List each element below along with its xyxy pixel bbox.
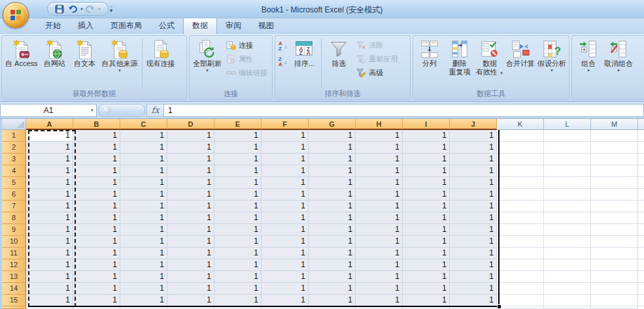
cell-J2[interactable]: 1 <box>450 142 497 154</box>
remove-duplicates-button[interactable]: 删除 重复项 <box>445 37 475 78</box>
cell-E10[interactable]: 1 <box>214 236 262 248</box>
cell-H8[interactable]: 1 <box>356 212 403 224</box>
cell-A12[interactable]: 1 <box>26 259 73 271</box>
group-cells-dropdown[interactable]: ▼ <box>586 69 590 73</box>
cell-C14[interactable]: 1 <box>120 283 167 295</box>
cell-B14[interactable]: 1 <box>73 283 120 295</box>
cell-C6[interactable]: 1 <box>120 189 167 201</box>
sort-descending-button[interactable]: ZA ↓ <box>277 56 289 68</box>
cell-I14[interactable]: 1 <box>403 283 450 295</box>
cell-M10[interactable] <box>591 236 638 248</box>
column-header-H[interactable]: H <box>356 119 403 130</box>
cell-K2[interactable] <box>497 142 544 154</box>
cell-D10[interactable]: 1 <box>167 236 214 248</box>
cell-A13[interactable]: 1 <box>26 271 73 283</box>
cell-E2[interactable]: 1 <box>214 142 262 154</box>
from-access-button[interactable]: 自 Access <box>3 37 40 69</box>
column-header-M[interactable]: M <box>591 119 638 130</box>
cell-M1[interactable] <box>591 130 638 142</box>
cell-A4[interactable]: 1 <box>26 165 73 177</box>
row-header-12[interactable]: 12 <box>2 259 26 271</box>
cell-G3[interactable]: 1 <box>309 154 356 165</box>
cell-B11[interactable]: 1 <box>73 248 120 259</box>
cell-H6[interactable]: 1 <box>356 189 403 201</box>
cell-I1[interactable]: 1 <box>403 130 450 142</box>
cell-D13[interactable]: 1 <box>167 271 214 283</box>
cell-M14[interactable] <box>591 283 638 295</box>
cell-K5[interactable] <box>497 177 544 189</box>
cell-partial[interactable] <box>638 142 644 154</box>
from-other-sources-button[interactable]: 自其他来源 ▼ <box>100 37 140 74</box>
cell-K14[interactable] <box>497 283 544 295</box>
cell-I13[interactable]: 1 <box>403 271 450 283</box>
cell-D15[interactable]: 1 <box>167 295 214 306</box>
column-header-J[interactable]: J <box>450 119 497 130</box>
cell-A11[interactable]: 1 <box>26 248 73 259</box>
row-header-14[interactable]: 14 <box>2 283 26 295</box>
cell-H2[interactable]: 1 <box>356 142 403 154</box>
tab-formulas[interactable]: 公式 <box>150 18 183 34</box>
cell-E7[interactable]: 1 <box>214 201 262 212</box>
cell-A15[interactable]: 1 <box>26 295 73 306</box>
cell-partial[interactable] <box>591 306 638 309</box>
cell-J6[interactable]: 1 <box>450 189 497 201</box>
filter-button[interactable]: 筛选 <box>324 37 354 69</box>
cell-D6[interactable]: 1 <box>167 189 214 201</box>
cell-partial[interactable] <box>120 306 167 309</box>
cell-F15[interactable]: 1 <box>262 295 309 306</box>
cell-M6[interactable] <box>591 189 638 201</box>
cell-C12[interactable]: 1 <box>120 259 167 271</box>
cell-partial[interactable] <box>450 306 497 309</box>
cell-F3[interactable]: 1 <box>262 154 309 165</box>
cell-G13[interactable]: 1 <box>309 271 356 283</box>
cell-E4[interactable]: 1 <box>214 165 262 177</box>
cell-K6[interactable] <box>497 189 544 201</box>
cell-I5[interactable]: 1 <box>403 177 450 189</box>
cell-C13[interactable]: 1 <box>120 271 167 283</box>
group-cells-button[interactable]: 组合 ▼ <box>573 37 603 74</box>
name-box-dropdown[interactable]: ▼ <box>90 108 94 112</box>
cell-partial[interactable] <box>26 306 73 309</box>
cell-partial[interactable] <box>638 212 644 224</box>
cell-H3[interactable]: 1 <box>356 154 403 165</box>
ungroup-cells-button[interactable]: 取消组合 ▼ <box>603 37 634 74</box>
column-header-D[interactable]: D <box>167 119 214 130</box>
cell-M13[interactable] <box>591 271 638 283</box>
cell-B15[interactable]: 1 <box>73 295 120 306</box>
office-button[interactable] <box>3 2 29 28</box>
column-header-E[interactable]: E <box>214 119 262 130</box>
tab-home[interactable]: 开始 <box>37 18 69 34</box>
column-header-B[interactable]: B <box>73 119 120 130</box>
tab-data[interactable]: 数据 <box>183 18 217 34</box>
cell-F1[interactable]: 1 <box>262 130 309 142</box>
cell-L4[interactable] <box>544 165 591 177</box>
cell-L2[interactable] <box>544 142 591 154</box>
cell-A10[interactable]: 1 <box>26 236 73 248</box>
cell-partial[interactable] <box>638 165 644 177</box>
cell-G11[interactable]: 1 <box>309 248 356 259</box>
cell-J8[interactable]: 1 <box>450 212 497 224</box>
cell-K11[interactable] <box>497 248 544 259</box>
cell-I10[interactable]: 1 <box>403 236 450 248</box>
cell-A14[interactable]: 1 <box>26 283 73 295</box>
column-header-G[interactable]: G <box>309 119 356 130</box>
cell-K4[interactable] <box>497 165 544 177</box>
cell-J14[interactable]: 1 <box>450 283 497 295</box>
cell-D9[interactable]: 1 <box>167 224 214 236</box>
cell-K8[interactable] <box>497 212 544 224</box>
cell-E14[interactable]: 1 <box>214 283 262 295</box>
cell-E13[interactable]: 1 <box>214 271 262 283</box>
cell-E3[interactable]: 1 <box>214 154 262 165</box>
cell-C10[interactable]: 1 <box>120 236 167 248</box>
cell-M7[interactable] <box>591 201 638 212</box>
select-all-button[interactable] <box>2 119 26 130</box>
cell-E6[interactable]: 1 <box>214 189 262 201</box>
what-if-analysis-dropdown[interactable]: ▼ <box>550 69 554 73</box>
cell-D1[interactable]: 1 <box>167 130 214 142</box>
cell-K13[interactable] <box>497 271 544 283</box>
row-header-5[interactable]: 5 <box>2 177 26 189</box>
row-header-9[interactable]: 9 <box>2 224 26 236</box>
consolidate-button[interactable]: 合并计算 <box>505 37 536 69</box>
cell-C11[interactable]: 1 <box>120 248 167 259</box>
cell-G12[interactable]: 1 <box>309 259 356 271</box>
